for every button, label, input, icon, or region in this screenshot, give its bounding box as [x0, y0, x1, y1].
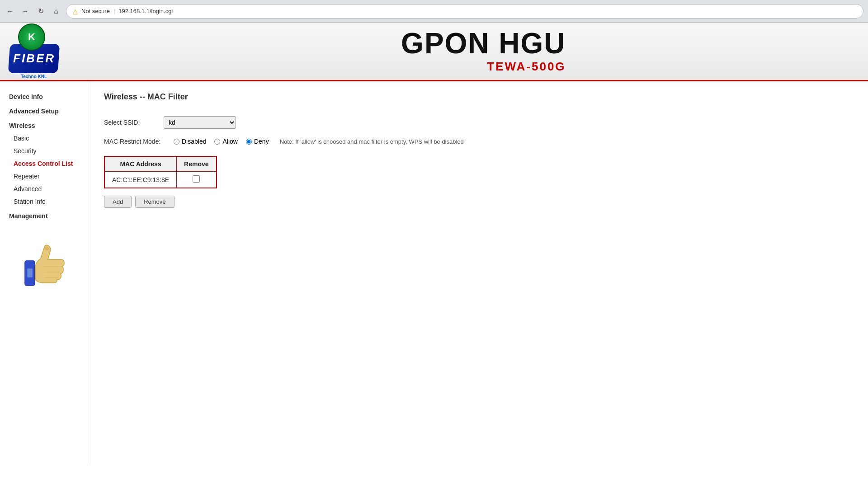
mac-filter-table: MAC Address Remove AC:C1:EE:C9:13:8E	[104, 156, 217, 188]
restrict-mode-label: MAC Restrict Mode:	[104, 138, 167, 145]
sidebar-item-wireless[interactable]: Wireless	[0, 119, 90, 132]
sidebar-item-device-info[interactable]: Device Info	[0, 90, 90, 103]
header-title: GPON HGU TEWA-500G	[401, 29, 566, 74]
security-warning-text: Not secure	[81, 8, 110, 14]
thumbs-up-icon	[18, 236, 72, 290]
sidebar-item-advanced-setup[interactable]: Advanced Setup	[0, 105, 90, 117]
reload-button[interactable]: ↻	[35, 6, 46, 17]
ssid-row: Select SSID: kd	[104, 116, 854, 129]
sidebar-item-security[interactable]: Security	[0, 145, 90, 157]
svg-rect-1	[27, 268, 33, 277]
radio-group: Disabled Allow Deny	[174, 138, 269, 145]
sidebar-item-advanced[interactable]: Advanced	[0, 183, 90, 195]
radio-allow[interactable]: Allow	[214, 138, 237, 145]
radio-disabled-label: Disabled	[182, 138, 206, 145]
logo-area: K FIBER Techno KNL	[9, 23, 59, 79]
sidebar-item-basic[interactable]: Basic	[0, 132, 90, 145]
remove-checkbox[interactable]	[193, 175, 200, 183]
header: K FIBER Techno KNL GPON HGU TEWA-500G	[0, 23, 868, 81]
thumbs-decoration	[0, 222, 90, 304]
remove-button[interactable]: Remove	[135, 196, 174, 208]
radio-deny[interactable]: Deny	[246, 138, 269, 145]
sidebar-item-management[interactable]: Management	[0, 210, 90, 222]
content-area: Wireless -- MAC Filter Select SSID: kd M…	[90, 81, 868, 465]
separator: |	[113, 8, 115, 14]
sidebar: Device Info Advanced Setup Wireless Basi…	[0, 81, 90, 465]
svg-point-2	[45, 247, 49, 250]
gpon-hgu-title: GPON HGU	[401, 29, 566, 58]
remove-checkbox-cell	[177, 172, 217, 188]
add-button[interactable]: Add	[104, 196, 132, 208]
url-text: 192.168.1.1/login.cgi	[118, 8, 173, 14]
ssid-select[interactable]: kd	[164, 116, 236, 129]
col-mac-address: MAC Address	[104, 156, 177, 172]
radio-deny-input[interactable]	[246, 139, 252, 145]
ssid-label: Select SSID:	[104, 119, 158, 126]
tewa-subtitle: TEWA-500G	[487, 60, 566, 74]
main-layout: Device Info Advanced Setup Wireless Basi…	[0, 81, 868, 465]
radio-allow-input[interactable]	[214, 139, 220, 145]
restrict-note: Note: If 'allow' is choosed and mac filt…	[280, 138, 464, 145]
page: K FIBER Techno KNL GPON HGU TEWA-500G De…	[0, 23, 868, 488]
logo-k: K	[28, 31, 35, 43]
page-title: Wireless -- MAC Filter	[104, 92, 854, 105]
security-warning-icon: △	[73, 8, 78, 15]
logo-fiber: FIBER	[13, 52, 55, 66]
radio-disabled[interactable]: Disabled	[174, 138, 206, 145]
mac-address-cell: AC:C1:EE:C9:13:8E	[104, 172, 177, 188]
logo-techno-text: Techno KNL	[21, 74, 47, 79]
table-row: AC:C1:EE:C9:13:8E	[104, 172, 217, 188]
action-buttons: Add Remove	[104, 196, 854, 208]
back-button[interactable]: ←	[5, 6, 15, 17]
sidebar-item-repeater[interactable]: Repeater	[0, 170, 90, 183]
radio-deny-label: Deny	[254, 138, 269, 145]
forward-button[interactable]: →	[20, 6, 31, 17]
sidebar-item-access-control-list[interactable]: Access Control List	[0, 157, 90, 170]
browser-chrome: ← → ↻ ⌂ △ Not secure | 192.168.1.1/login…	[0, 0, 868, 23]
home-button[interactable]: ⌂	[51, 6, 61, 17]
radio-disabled-input[interactable]	[174, 139, 179, 145]
col-remove: Remove	[177, 156, 217, 172]
radio-allow-label: Allow	[222, 138, 237, 145]
restrict-mode-row: MAC Restrict Mode: Disabled Allow Deny	[104, 138, 854, 145]
sidebar-item-station-info[interactable]: Station Info	[0, 195, 90, 208]
address-bar[interactable]: △ Not secure | 192.168.1.1/login.cgi	[66, 4, 863, 19]
